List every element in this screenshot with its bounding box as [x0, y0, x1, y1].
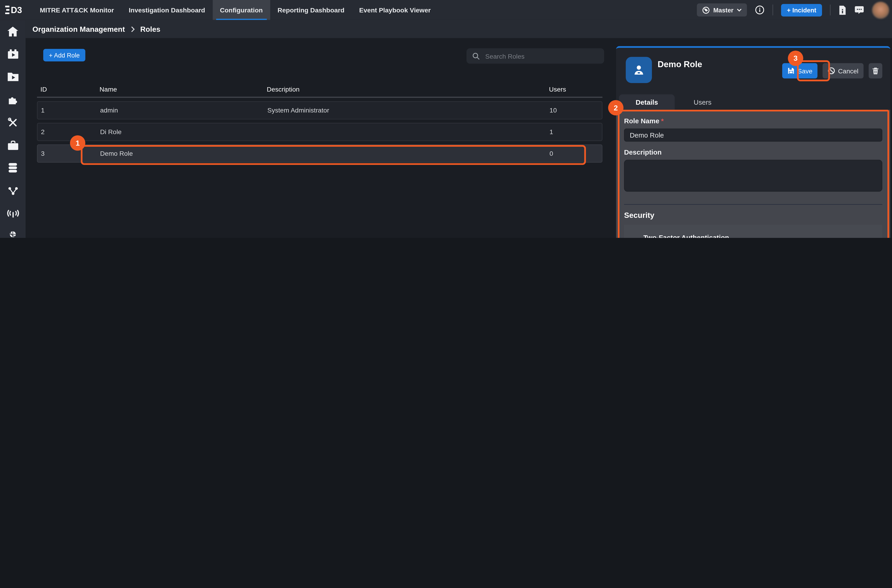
save-button[interactable]: Save [782, 63, 818, 78]
floppy-icon [787, 67, 794, 75]
site-selector-dropdown[interactable]: Master [697, 3, 747, 16]
add-role-button[interactable]: + Add Role [43, 49, 86, 62]
nav-mitre-attck-monitor[interactable]: MITRE ATT&CK Monitor [33, 0, 121, 20]
required-marker: * [661, 117, 664, 125]
role-action-buttons: Save Cancel [782, 63, 882, 78]
left-sidebar [0, 20, 26, 238]
tab-details[interactable]: Details [619, 94, 674, 110]
site-selector-label: Master [713, 6, 733, 14]
cancel-label: Cancel [838, 68, 859, 74]
home-icon [7, 26, 19, 37]
puzzle-icon [7, 94, 19, 106]
breadcrumb-chevron-icon [131, 26, 134, 32]
description-label: Description [624, 148, 882, 156]
sidebar-item-toolbox[interactable] [0, 134, 26, 156]
security-heading: Security [624, 211, 882, 219]
breadcrumb: Organization Management Roles [26, 20, 892, 38]
role-avatar [626, 57, 652, 83]
user-avatar[interactable] [872, 2, 889, 18]
chat-icon[interactable] [854, 6, 864, 14]
globe-lines-icon [7, 230, 19, 238]
d3-logo[interactable]: D3 [0, 0, 33, 20]
table-row-demo-role[interactable]: 3 Demo Role 0 [37, 144, 602, 163]
nav-label: MITRE ATT&CK Monitor [40, 6, 114, 14]
app-window: D3 MITRE ATT&CK Monitor Investigation Da… [0, 0, 892, 238]
security-row-two-factor[interactable]: ✓ Two-Factor Authentication Enable an ex… [624, 225, 882, 238]
role-detail-card: Demo Role Save Cancel Details Users [616, 46, 890, 238]
nav-configuration[interactable]: Configuration [212, 0, 270, 20]
cell-users: 10 [550, 107, 602, 114]
roles-list-pane: + Add Role ID Name Description Users 1 a… [26, 38, 611, 238]
cell-description: System Administrator [267, 107, 550, 114]
cancel-button[interactable]: Cancel [823, 63, 864, 78]
divider [830, 4, 830, 15]
sidebar-item-data-ingestion[interactable] [0, 202, 26, 225]
cell-name: Di Role [100, 129, 267, 135]
sidebar-item-connections[interactable] [0, 179, 26, 202]
add-role-label: + Add Role [49, 52, 80, 58]
cell-id: 3 [38, 150, 100, 157]
incident-button-label: + Incident [787, 6, 816, 14]
search-box[interactable] [467, 48, 604, 64]
sidebar-item-home[interactable] [0, 20, 26, 43]
nav-investigation-dashboard[interactable]: Investigation Dashboard [121, 0, 212, 20]
description-textarea[interactable] [624, 160, 882, 192]
role-detail-pane: Demo Role Save Cancel Details Users [611, 38, 892, 238]
database-icon [7, 162, 19, 173]
event-playbook-icon [6, 48, 19, 60]
sidebar-item-utility-commands[interactable] [0, 111, 26, 134]
top-nav: D3 MITRE ATT&CK Monitor Investigation Da… [0, 0, 892, 20]
tools-icon [7, 116, 19, 128]
security-item-title: Two-Factor Authentication [643, 234, 870, 238]
chevron-down-icon [737, 8, 742, 12]
new-incident-button[interactable]: + Incident [781, 4, 822, 16]
roles-table: ID Name Description Users 1 admin System… [37, 81, 602, 162]
document-info-icon[interactable] [839, 5, 847, 15]
role-details-form: Role Name* Description Security ✓ Two-Fa… [616, 110, 890, 238]
nav-event-playbook-viewer[interactable]: Event Playbook Viewer [352, 0, 438, 20]
nav-reporting-dashboard[interactable]: Reporting Dashboard [270, 0, 352, 20]
trash-icon [872, 67, 879, 75]
globe-icon [702, 6, 710, 14]
cell-id: 2 [38, 129, 100, 135]
sidebar-item-web-intel[interactable] [0, 225, 26, 238]
divider [773, 4, 773, 15]
search-icon [472, 52, 480, 60]
role-name-label: Role Name* [624, 117, 882, 125]
nav-label: Reporting Dashboard [278, 6, 344, 14]
breadcrumb-current: Roles [140, 25, 161, 33]
table-row-di-role[interactable]: 2 Di Role 1 [37, 123, 602, 141]
col-header-id[interactable]: ID [37, 86, 100, 93]
cell-users: 0 [550, 150, 602, 157]
sidebar-item-data-management[interactable] [0, 156, 26, 179]
role-detail-title: Demo Role [658, 59, 702, 69]
sidebar-item-playbook[interactable] [0, 65, 26, 88]
breadcrumb-parent[interactable]: Organization Management [33, 25, 125, 33]
antenna-icon [6, 208, 19, 218]
col-header-description[interactable]: Description [267, 86, 549, 93]
search-input[interactable] [484, 52, 599, 60]
table-row-admin[interactable]: 1 admin System Administrator 10 [37, 101, 602, 119]
nav-label: Investigation Dashboard [129, 6, 205, 14]
sidebar-item-event-playbook[interactable] [0, 42, 26, 65]
nav-label: Configuration [220, 6, 263, 14]
svg-text:D3: D3 [11, 5, 22, 15]
section-divider [624, 204, 882, 204]
table-header: ID Name Description Users [37, 81, 602, 98]
col-header-name[interactable]: Name [100, 86, 267, 93]
active-tab-underline [216, 18, 267, 20]
share-nodes-icon [6, 185, 19, 196]
cell-name: admin [100, 107, 267, 114]
sidebar-item-integrations[interactable] [0, 88, 26, 111]
nav-label: Event Playbook Viewer [359, 6, 431, 14]
cancel-icon [828, 67, 835, 75]
cell-users: 1 [550, 129, 602, 135]
briefcase-icon [6, 140, 19, 150]
delete-button[interactable] [869, 63, 882, 78]
info-icon[interactable] [755, 5, 765, 15]
panel-tabs: Details Users [619, 94, 730, 110]
col-header-users[interactable]: Users [549, 86, 602, 93]
cell-id: 1 [38, 107, 100, 114]
role-name-input[interactable] [624, 129, 882, 142]
tab-users[interactable]: Users [675, 94, 730, 110]
